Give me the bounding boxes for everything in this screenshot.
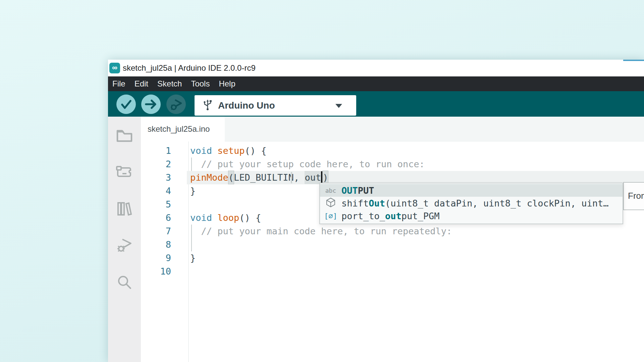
sidebar-item-library-manager[interactable] bbox=[116, 200, 133, 218]
menu-item-tools[interactable]: Tools bbox=[191, 76, 210, 91]
books-icon bbox=[116, 213, 133, 219]
line-number: 7 bbox=[141, 225, 171, 238]
sidebar-item-sketchbook[interactable] bbox=[116, 127, 133, 144]
window-title: sketch_jul25a | Arduino IDE 2.0.0-rc9 bbox=[123, 60, 256, 76]
arduino-logo-icon: ∞ bbox=[109, 63, 120, 73]
sidebar-item-debugger[interactable] bbox=[116, 237, 133, 254]
code-line[interactable]: 9 } bbox=[141, 251, 644, 265]
code-line[interactable]: 7 // put your main code here, to run rep… bbox=[141, 225, 644, 238]
line-number: 8 bbox=[141, 238, 171, 251]
usb-icon bbox=[203, 99, 213, 112]
suggest-label: port_to_output_PGM bbox=[341, 211, 440, 221]
line-number: 10 bbox=[141, 265, 171, 278]
menu-item-help[interactable]: Help bbox=[219, 76, 235, 91]
suggest-label: shiftOut(uint8_t dataPin, uint8_t clockP… bbox=[341, 198, 609, 208]
board-selector-label: Arduino Uno bbox=[218, 100, 275, 111]
arduino-ide-window: ∞ sketch_jul25a | Arduino IDE 2.0.0-rc9 … bbox=[108, 60, 644, 362]
constant-brackets-icon: [∅] bbox=[320, 212, 341, 220]
search-icon bbox=[116, 287, 133, 292]
line-number: 9 bbox=[141, 251, 171, 265]
line-number: 3 bbox=[141, 171, 171, 184]
bracket-highlight: ) bbox=[323, 171, 328, 184]
code-line[interactable]: 10 bbox=[141, 265, 644, 278]
tab-sketch-jul25a[interactable]: sketch_jul25a.ino bbox=[141, 117, 225, 141]
screen: ∞ sketch_jul25a | Arduino IDE 2.0.0-rc9 … bbox=[0, 0, 644, 362]
code-text: void setup() { bbox=[190, 144, 267, 158]
sidebar-item-search[interactable] bbox=[116, 274, 133, 291]
suggest-item-shiftout[interactable]: shiftOut(uint8_t dataPin, uint8_t clockP… bbox=[320, 197, 623, 209]
titlebar: ∞ sketch_jul25a | Arduino IDE 2.0.0-rc9 bbox=[108, 60, 644, 76]
caret-down-icon bbox=[335, 104, 342, 108]
line-number: 2 bbox=[141, 158, 171, 171]
bracket-highlight: ( bbox=[228, 171, 234, 184]
code-text: // put your main code here, to run repea… bbox=[190, 225, 452, 238]
sidebar-item-boards-manager[interactable] bbox=[116, 163, 133, 181]
tab-label: sketch_jul25a.ino bbox=[141, 117, 225, 134]
accent-line bbox=[623, 60, 644, 61]
code-line[interactable]: 8 bbox=[141, 238, 644, 251]
suggest-widget: abc OUTPUT shiftOut(uint8_t dataPin, uin… bbox=[319, 183, 623, 224]
toolbar: Arduino Uno bbox=[108, 91, 644, 117]
board-icon bbox=[116, 176, 133, 182]
line-number: 1 bbox=[141, 144, 171, 158]
menu-item-edit[interactable]: Edit bbox=[135, 76, 148, 91]
verify-button[interactable] bbox=[116, 95, 136, 114]
menu-item-file[interactable]: File bbox=[112, 76, 125, 91]
line-number: 4 bbox=[141, 184, 171, 198]
code-line[interactable]: 1 void setup() { bbox=[141, 144, 644, 158]
cube-icon bbox=[320, 197, 341, 209]
occurrence-guide-bar bbox=[291, 172, 292, 183]
menu-item-sketch[interactable]: Sketch bbox=[157, 76, 182, 91]
sidebar bbox=[108, 117, 141, 362]
code-text: void loop() { bbox=[190, 211, 261, 225]
code-text: } bbox=[190, 251, 196, 265]
code-editor[interactable]: 1 void setup() { 2 // put your setup cod… bbox=[141, 141, 644, 362]
suggest-item-output[interactable]: abc OUTPUT bbox=[320, 184, 623, 197]
suggest-item-port-to-output-pgm[interactable]: [∅] port_to_output_PGM bbox=[320, 209, 623, 222]
code-text: } bbox=[190, 184, 196, 198]
code-line[interactable]: 3 pinMode(LED_BUILTIN, out) bbox=[141, 171, 644, 184]
upload-button[interactable] bbox=[141, 95, 161, 114]
folder-icon bbox=[116, 140, 133, 145]
suggest-label: OUTPUT bbox=[341, 185, 374, 196]
board-selector[interactable]: Arduino Uno bbox=[195, 95, 356, 116]
code-text: // put your setup code here, to run once… bbox=[190, 158, 425, 171]
code-text: pinMode(LED_BUILTIN, out) bbox=[190, 171, 328, 184]
tabbar: sketch_jul25a.ino bbox=[141, 117, 644, 141]
suggest-doc-panel: From bbox=[623, 182, 644, 210]
line-number: 6 bbox=[141, 211, 171, 225]
doc-panel-text: From bbox=[624, 183, 644, 209]
debug-button[interactable] bbox=[166, 95, 186, 114]
word-highlight: out bbox=[305, 171, 321, 184]
abc-icon: abc bbox=[320, 187, 341, 194]
line-number: 5 bbox=[141, 198, 171, 211]
debug-icon bbox=[116, 249, 133, 255]
menubar: File Edit Sketch Tools Help bbox=[108, 76, 644, 91]
code-line[interactable]: 2 // put your setup code here, to run on… bbox=[141, 158, 644, 171]
